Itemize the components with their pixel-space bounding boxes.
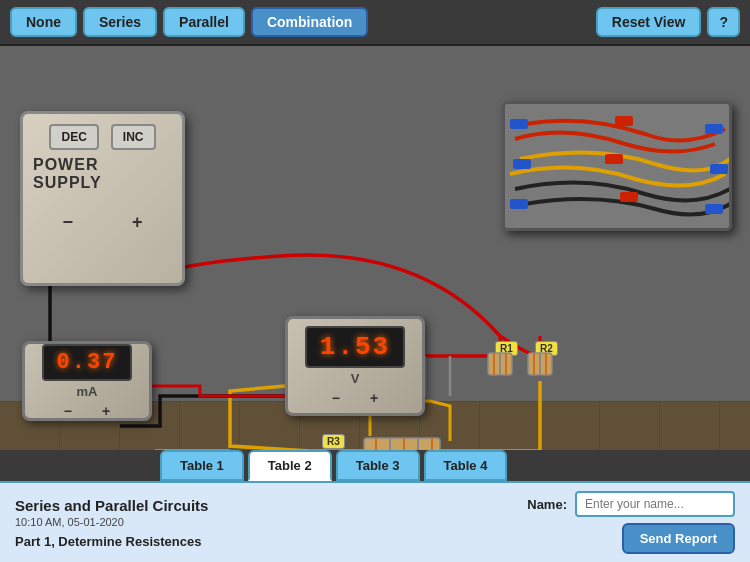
voltmeter: 1.53 V − + — [285, 316, 425, 416]
ammeter-unit: mA — [77, 384, 98, 399]
voltmeter-minus: − — [332, 390, 340, 406]
name-label: Name: — [527, 497, 567, 512]
r1-resistor — [486, 349, 514, 379]
power-supply: DEC INC POWER SUPPLY − + — [20, 111, 185, 286]
ammeter-minus: − — [64, 403, 72, 419]
dec-button[interactable]: DEC — [49, 124, 98, 150]
reset-view-button[interactable]: Reset View — [596, 7, 702, 37]
bottom-bar: Table 1 Table 2 Table 3 Table 4 Series a… — [0, 450, 750, 562]
svg-rect-15 — [705, 124, 723, 134]
ammeter: 0.37 mA − + — [22, 341, 152, 421]
parallel-button[interactable]: Parallel — [163, 7, 245, 37]
svg-rect-16 — [513, 159, 531, 169]
svg-rect-17 — [710, 164, 728, 174]
report-title: Series and Parallel Circuits — [15, 497, 507, 514]
parts-box — [502, 101, 732, 231]
svg-rect-18 — [510, 199, 528, 209]
r3-label: R3 — [322, 434, 345, 449]
series-button[interactable]: Series — [83, 7, 157, 37]
combination-button[interactable]: Combination — [251, 7, 369, 37]
tab2-button[interactable]: Table 2 — [248, 450, 332, 481]
help-button[interactable]: ? — [707, 7, 740, 37]
none-button[interactable]: None — [10, 7, 77, 37]
tab4-button[interactable]: Table 4 — [424, 450, 508, 481]
inc-button[interactable]: INC — [111, 124, 156, 150]
report-part: Part 1, Determine Resistences — [15, 534, 507, 549]
voltmeter-plus: + — [370, 390, 378, 406]
ammeter-display: 0.37 — [42, 344, 132, 381]
send-report-button[interactable]: Send Report — [622, 523, 735, 554]
svg-rect-14 — [510, 119, 528, 129]
voltmeter-display: 1.53 — [305, 326, 405, 368]
ps-plus-terminal: + — [132, 212, 143, 233]
voltmeter-unit: V — [351, 371, 360, 386]
ps-minus-terminal: − — [62, 212, 73, 233]
name-input[interactable] — [575, 491, 735, 517]
svg-rect-20 — [615, 116, 633, 126]
tab3-button[interactable]: Table 3 — [336, 450, 420, 481]
parts-wires — [505, 104, 732, 231]
svg-rect-21 — [605, 154, 623, 164]
tab1-button[interactable]: Table 1 — [160, 450, 244, 481]
power-supply-label: POWER SUPPLY — [33, 156, 172, 192]
svg-rect-22 — [620, 192, 638, 202]
report-date: 10:10 AM, 05-01-2020 — [15, 516, 507, 528]
svg-rect-19 — [705, 204, 723, 214]
r2-resistor — [526, 349, 554, 379]
ammeter-plus: + — [102, 403, 110, 419]
